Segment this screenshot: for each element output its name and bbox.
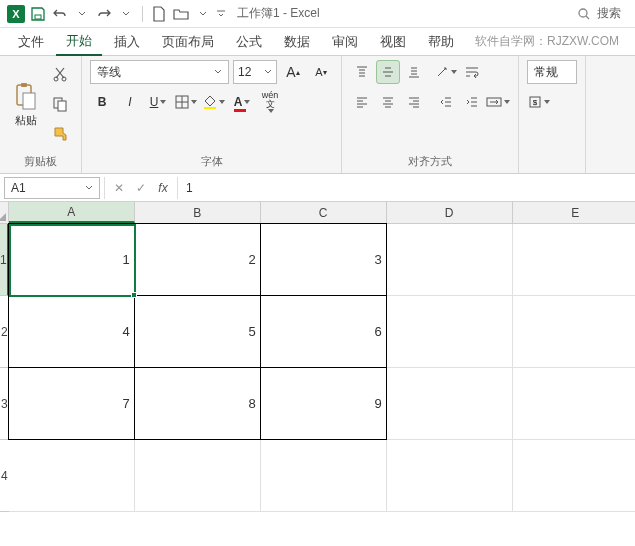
number-format-select[interactable]: 常规 bbox=[527, 60, 577, 84]
fill-color-button[interactable] bbox=[202, 90, 226, 114]
decrease-font-button[interactable]: A▾ bbox=[309, 60, 333, 84]
chevron-down-icon[interactable] bbox=[72, 4, 92, 24]
formula-bar[interactable]: 1 bbox=[178, 181, 635, 195]
search-icon bbox=[577, 7, 591, 21]
svg-rect-5 bbox=[21, 83, 27, 87]
cell[interactable] bbox=[513, 296, 635, 368]
align-right-button[interactable] bbox=[402, 90, 426, 114]
paste-label: 粘贴 bbox=[15, 113, 37, 128]
tab-file[interactable]: 文件 bbox=[8, 29, 54, 55]
align-center-button[interactable] bbox=[376, 90, 400, 114]
svg-point-3 bbox=[579, 9, 587, 17]
undo-icon[interactable] bbox=[50, 4, 70, 24]
increase-font-button[interactable]: A▴ bbox=[281, 60, 305, 84]
cell[interactable]: 8 bbox=[134, 367, 261, 440]
enter-formula-icon[interactable]: ✓ bbox=[131, 181, 151, 195]
chevron-down-icon[interactable] bbox=[116, 4, 136, 24]
cancel-formula-icon[interactable]: ✕ bbox=[109, 181, 129, 195]
open-folder-icon[interactable] bbox=[171, 4, 191, 24]
cell[interactable]: 6 bbox=[260, 295, 387, 368]
select-all-corner[interactable] bbox=[0, 202, 9, 224]
window-title: 工作簿1 - Excel bbox=[237, 5, 320, 22]
search-box[interactable]: 搜索 bbox=[575, 3, 629, 24]
col-header[interactable]: B bbox=[135, 202, 261, 223]
orientation-button[interactable] bbox=[434, 60, 458, 84]
svg-text:X: X bbox=[12, 8, 20, 20]
redo-icon[interactable] bbox=[94, 4, 114, 24]
cell[interactable]: 3 bbox=[260, 223, 387, 296]
qat-customize-icon[interactable] bbox=[215, 4, 227, 24]
align-top-button[interactable] bbox=[350, 60, 374, 84]
tab-view[interactable]: 视图 bbox=[370, 29, 416, 55]
cell[interactable] bbox=[387, 440, 513, 512]
svg-rect-10 bbox=[58, 101, 66, 111]
font-color-button[interactable]: A bbox=[230, 90, 254, 114]
font-size-select[interactable]: 12 bbox=[233, 60, 277, 84]
cell[interactable]: 2 bbox=[134, 223, 261, 296]
cell[interactable] bbox=[387, 224, 513, 296]
align-left-button[interactable] bbox=[350, 90, 374, 114]
tab-page-layout[interactable]: 页面布局 bbox=[152, 29, 224, 55]
name-box[interactable]: A1 bbox=[4, 177, 100, 199]
phonetic-button[interactable]: wén文 bbox=[258, 90, 282, 114]
col-header[interactable]: A bbox=[9, 202, 135, 223]
clipboard-group-label: 剪贴板 bbox=[8, 152, 73, 173]
cell[interactable] bbox=[9, 440, 135, 512]
col-header[interactable]: D bbox=[387, 202, 513, 223]
borders-button[interactable] bbox=[174, 90, 198, 114]
tab-data[interactable]: 数据 bbox=[274, 29, 320, 55]
copy-button[interactable] bbox=[47, 92, 73, 116]
bold-button[interactable]: B bbox=[90, 90, 114, 114]
format-painter-button[interactable] bbox=[47, 122, 73, 146]
col-header[interactable]: E bbox=[513, 202, 635, 223]
svg-text:$: $ bbox=[533, 98, 538, 107]
italic-button[interactable]: I bbox=[118, 90, 142, 114]
font-group-label: 字体 bbox=[90, 152, 333, 173]
svg-rect-6 bbox=[23, 93, 35, 109]
cell[interactable]: 7 bbox=[8, 367, 135, 440]
watermark: 软件自学网：RJZXW.COM bbox=[475, 33, 627, 50]
cell[interactable] bbox=[387, 296, 513, 368]
cell[interactable] bbox=[513, 368, 635, 440]
wrap-text-button[interactable] bbox=[460, 60, 484, 84]
new-file-icon[interactable] bbox=[149, 4, 169, 24]
align-bottom-button[interactable] bbox=[402, 60, 426, 84]
cell[interactable]: 5 bbox=[134, 295, 261, 368]
save-icon[interactable] bbox=[28, 4, 48, 24]
increase-indent-button[interactable] bbox=[460, 90, 484, 114]
search-placeholder: 搜索 bbox=[597, 5, 621, 22]
col-header[interactable]: C bbox=[261, 202, 387, 223]
accounting-format-button[interactable]: $ bbox=[527, 90, 551, 114]
underline-button[interactable]: U bbox=[146, 90, 170, 114]
svg-rect-2 bbox=[35, 15, 41, 19]
decrease-indent-button[interactable] bbox=[434, 90, 458, 114]
cell[interactable]: 1 bbox=[8, 223, 135, 296]
row-header[interactable]: 4 bbox=[0, 440, 9, 512]
excel-icon: X bbox=[6, 4, 26, 24]
align-group-label: 对齐方式 bbox=[350, 152, 510, 173]
chevron-down-icon[interactable] bbox=[193, 4, 213, 24]
cell[interactable] bbox=[513, 224, 635, 296]
cell[interactable] bbox=[261, 440, 387, 512]
cell[interactable]: 9 bbox=[260, 367, 387, 440]
cell[interactable] bbox=[135, 440, 261, 512]
cell[interactable]: 4 bbox=[8, 295, 135, 368]
tab-insert[interactable]: 插入 bbox=[104, 29, 150, 55]
tab-formulas[interactable]: 公式 bbox=[226, 29, 272, 55]
tab-review[interactable]: 审阅 bbox=[322, 29, 368, 55]
cell[interactable] bbox=[513, 440, 635, 512]
fx-icon[interactable]: fx bbox=[153, 181, 173, 195]
align-middle-button[interactable] bbox=[376, 60, 400, 84]
font-name-select[interactable]: 等线 bbox=[90, 60, 229, 84]
tab-home[interactable]: 开始 bbox=[56, 28, 102, 56]
tab-help[interactable]: 帮助 bbox=[418, 29, 464, 55]
svg-rect-12 bbox=[204, 107, 216, 109]
cut-button[interactable] bbox=[47, 62, 73, 86]
paste-button[interactable]: 粘贴 bbox=[8, 60, 43, 148]
merge-button[interactable] bbox=[486, 90, 510, 114]
cell[interactable] bbox=[387, 368, 513, 440]
